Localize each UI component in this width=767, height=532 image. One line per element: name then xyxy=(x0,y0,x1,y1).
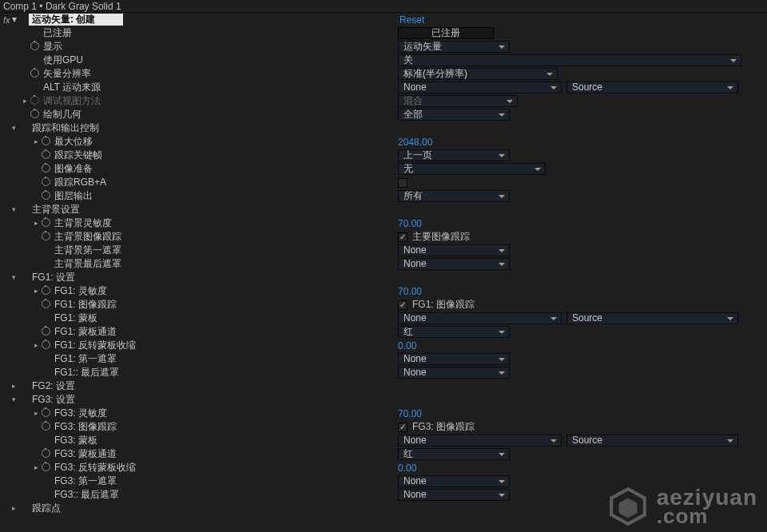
prop-track-keyframe: 跟踪关键帧 xyxy=(51,149,102,162)
fg1-first-mask-dropdown[interactable]: None xyxy=(398,353,510,365)
prop-fg3-img-track: FG3: 图像跟踪 xyxy=(51,420,117,434)
fg1-img-track-checkbox[interactable] xyxy=(398,300,407,310)
fg1-mask-ch-dropdown[interactable]: 红 xyxy=(398,326,510,338)
prop-mbg-img-track: 主背景图像跟踪 xyxy=(51,230,121,244)
draw-geo-dropdown[interactable]: 全部 xyxy=(398,109,510,121)
track-rgba-checkbox[interactable] xyxy=(398,178,407,188)
prop-max-disp: 最大位移 xyxy=(51,135,93,149)
stopwatch-icon[interactable] xyxy=(30,42,39,50)
use-gpu-dropdown[interactable]: 关 xyxy=(398,54,741,66)
stopwatch-icon[interactable] xyxy=(30,96,39,105)
prop-fg3-sens: FG3: 灵敏度 xyxy=(51,407,107,420)
twirl-icon[interactable] xyxy=(12,273,16,281)
prop-fg1-first-mask: FG1: 第一遮罩 xyxy=(51,352,117,366)
group-track-points[interactable]: 跟踪点 xyxy=(29,502,61,515)
stopwatch-icon[interactable] xyxy=(42,340,50,349)
alt-source-side-dropdown[interactable]: Source xyxy=(566,81,738,93)
group-fg3[interactable]: FG3: 设置 xyxy=(29,393,75,407)
registered-value[interactable]: 已注册 xyxy=(398,27,494,39)
prop-draw-geo: 绘制几何 xyxy=(40,108,81,121)
track-key-dropdown[interactable]: 上一页 xyxy=(398,149,510,161)
mbg-img-track-checkbox[interactable] xyxy=(398,232,407,242)
breadcrumb: Comp 1 • Dark Gray Solid 1 xyxy=(0,0,767,13)
fg3-inv-shrink-value[interactable]: 0.00 xyxy=(398,463,416,474)
effect-name[interactable]: 运动矢量: 创建 xyxy=(29,14,123,26)
prop-fg3-mask: FG3: 蒙板 xyxy=(51,434,97,447)
twirl-icon[interactable] xyxy=(23,97,27,105)
fg1-mask-layer-dropdown[interactable]: None xyxy=(398,312,562,324)
prop-registered: 已注册 xyxy=(40,26,72,40)
prop-fg3-inv-shrink: FG3: 反转蒙板收缩 xyxy=(51,461,136,474)
stopwatch-icon[interactable] xyxy=(42,408,50,417)
mbg-first-mask-dropdown[interactable]: None xyxy=(398,244,510,256)
display-dropdown[interactable]: 运动矢量 xyxy=(398,41,510,53)
image-prep-dropdown[interactable]: 无 xyxy=(398,163,546,175)
stopwatch-icon[interactable] xyxy=(42,327,50,335)
group-main-bg[interactable]: 主背景设置 xyxy=(29,203,80,216)
prop-fg3-last-mask: FG3:: 最后遮罩 xyxy=(51,488,119,502)
mbg-sens-value[interactable]: 70.00 xyxy=(398,218,422,229)
stopwatch-icon[interactable] xyxy=(42,218,50,227)
fg1-mask-side-dropdown[interactable]: Source xyxy=(566,312,738,324)
stopwatch-icon[interactable] xyxy=(42,191,50,200)
group-fg1[interactable]: FG1: 设置 xyxy=(29,271,75,284)
prop-fg1-inv-shrink: FG1: 反转蒙板收缩 xyxy=(51,339,136,352)
twirl-icon[interactable] xyxy=(34,219,38,227)
effect-twirl-icon[interactable] xyxy=(12,14,17,25)
fg3-mask-side-dropdown[interactable]: Source xyxy=(566,435,738,447)
stopwatch-icon[interactable] xyxy=(42,449,50,458)
prop-mbg-first-mask: 主背景第一遮罩 xyxy=(51,244,121,257)
stopwatch-icon[interactable] xyxy=(42,164,50,173)
reset-link[interactable]: Reset xyxy=(399,14,767,26)
max-disp-value[interactable]: 2048.00 xyxy=(398,137,432,148)
stopwatch-icon[interactable] xyxy=(42,286,50,295)
prop-mbg-sens: 主背景灵敏度 xyxy=(51,216,112,230)
fg3-img-track-cb-label: FG3: 图像跟踪 xyxy=(412,420,475,434)
fg1-inv-shrink-value[interactable]: 0.00 xyxy=(398,340,416,351)
fg3-mask-ch-dropdown[interactable]: 红 xyxy=(398,448,510,460)
fg1-last-mask-dropdown[interactable]: None xyxy=(398,367,510,379)
layer-out-dropdown[interactable]: 所有 xyxy=(398,190,510,202)
stopwatch-icon[interactable] xyxy=(42,150,50,159)
group-fg2[interactable]: FG2: 设置 xyxy=(29,379,75,393)
prop-display: 显示 xyxy=(40,40,62,54)
prop-image-prep: 图像准备 xyxy=(51,162,93,176)
stopwatch-icon[interactable] xyxy=(42,137,50,145)
stopwatch-icon[interactable] xyxy=(30,109,39,118)
twirl-icon[interactable] xyxy=(34,287,38,295)
twirl-icon[interactable] xyxy=(34,137,38,145)
mbg-last-mask-dropdown[interactable]: None xyxy=(398,258,510,270)
stopwatch-icon[interactable] xyxy=(42,300,50,308)
twirl-icon[interactable] xyxy=(34,463,38,471)
fg3-mask-layer-dropdown[interactable]: None xyxy=(398,435,562,447)
stopwatch-icon[interactable] xyxy=(42,422,50,431)
twirl-icon[interactable] xyxy=(34,341,38,349)
stopwatch-icon[interactable] xyxy=(42,177,50,186)
fg3-first-mask-dropdown[interactable]: None xyxy=(398,475,510,487)
twirl-icon[interactable] xyxy=(34,409,38,417)
prop-vector-res: 矢量分辨率 xyxy=(40,67,91,81)
vector-res-dropdown[interactable]: 标准(半分辨率) xyxy=(398,68,558,80)
fg1-sens-value[interactable]: 70.00 xyxy=(398,286,422,297)
prop-fg3-mask-ch: FG3: 蒙板通道 xyxy=(51,447,117,461)
stopwatch-icon[interactable] xyxy=(30,69,39,77)
prop-fg1-sens: FG1: 灵敏度 xyxy=(51,284,107,298)
group-track-output[interactable]: 跟踪和输出控制 xyxy=(29,121,99,135)
prop-debug-view: 调试视图方法 xyxy=(40,94,101,108)
twirl-icon[interactable] xyxy=(12,395,16,403)
twirl-icon[interactable] xyxy=(12,382,16,390)
alt-source-layer-dropdown[interactable]: None xyxy=(398,81,562,93)
stopwatch-icon[interactable] xyxy=(42,232,50,240)
twirl-icon[interactable] xyxy=(12,124,16,132)
debug-view-dropdown: 混合 xyxy=(398,95,518,107)
stopwatch-icon[interactable] xyxy=(42,463,50,471)
prop-fg1-last-mask: FG1:: 最后遮罩 xyxy=(51,366,119,379)
prop-layer-out: 图层输出 xyxy=(51,189,93,203)
prop-fg3-first-mask: FG3: 第一遮罩 xyxy=(51,474,117,488)
fg3-last-mask-dropdown[interactable]: None xyxy=(398,489,510,501)
twirl-icon[interactable] xyxy=(12,504,16,512)
mbg-img-track-cb-label: 主要图像跟踪 xyxy=(412,230,470,244)
fg3-img-track-checkbox[interactable] xyxy=(398,423,407,432)
fg3-sens-value[interactable]: 70.00 xyxy=(398,408,422,419)
twirl-icon[interactable] xyxy=(12,205,16,213)
